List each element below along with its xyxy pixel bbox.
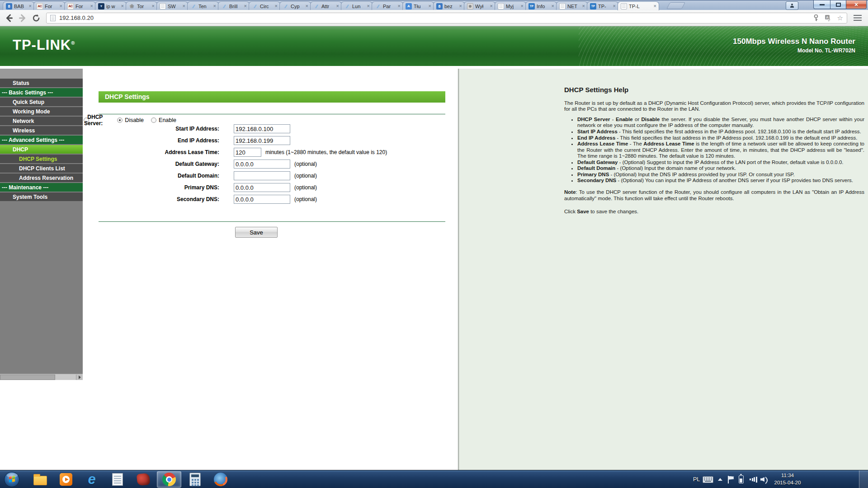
browser-tab[interactable]: For × — [33, 1, 65, 10]
sidebar-item[interactable]: Working Mode — [0, 107, 83, 116]
tab-close-icon[interactable]: × — [336, 4, 339, 9]
text-input[interactable] — [234, 136, 290, 145]
tab-close-icon[interactable]: × — [613, 4, 616, 9]
tab-close-icon[interactable]: × — [398, 4, 401, 9]
tab-close-icon[interactable]: × — [521, 4, 524, 9]
taskbar-firefox-button[interactable] — [208, 471, 233, 488]
browser-tab[interactable]: TP- × — [587, 1, 618, 10]
browser-tab[interactable]: Circ × — [249, 1, 280, 10]
tab-close-icon[interactable]: × — [429, 4, 431, 9]
browser-tab[interactable]: SW × — [156, 1, 188, 10]
taskbar-red-app-button[interactable] — [131, 471, 156, 488]
tab-close-icon[interactable]: × — [152, 4, 155, 9]
text-input[interactable] — [234, 171, 290, 180]
sidebar-item[interactable]: Status — [0, 79, 83, 87]
browser-tab[interactable]: Par × — [372, 1, 403, 10]
browser-tab[interactable]: TP-L × — [618, 1, 659, 10]
browser-tab[interactable]: For × — [64, 1, 96, 10]
save-button[interactable]: Save — [235, 227, 278, 238]
browser-tab[interactable]: Info × — [525, 1, 557, 10]
show-desktop-button[interactable] — [859, 470, 868, 488]
sidebar-item[interactable]: Address Reservation — [0, 174, 83, 182]
text-input[interactable] — [234, 148, 261, 157]
sidebar-item[interactable]: DHCP Settings — [0, 155, 83, 163]
tab-close-icon[interactable]: × — [244, 4, 247, 9]
clock[interactable]: 11:34 2015-04-20 — [769, 470, 807, 488]
browser-tab[interactable]: Ten × — [187, 1, 219, 10]
sidebar-item[interactable]: Quick Setup — [0, 98, 83, 106]
key-icon[interactable] — [813, 14, 819, 22]
taskbar-chrome-button[interactable] — [157, 471, 181, 488]
bookmark-star-icon[interactable]: ☆ — [837, 14, 843, 21]
forward-icon[interactable] — [18, 14, 27, 23]
browser-tab[interactable]: Tłu × — [402, 1, 434, 10]
tab-close-icon[interactable]: × — [29, 4, 32, 9]
translate-icon[interactable]: A — [825, 14, 832, 22]
browser-tab[interactable]: NET × — [556, 1, 588, 10]
text-input[interactable] — [234, 160, 290, 169]
tab-close-icon[interactable]: × — [306, 4, 308, 9]
tab-close-icon[interactable]: × — [490, 4, 493, 9]
radio-option[interactable]: Enable — [151, 117, 176, 123]
tab-close-icon[interactable]: × — [582, 4, 585, 9]
network-signal-icon[interactable] — [750, 470, 758, 488]
browser-tab[interactable]: BAB × — [3, 1, 34, 10]
sidebar-item[interactable]: Network — [0, 117, 83, 125]
battery-icon[interactable] — [739, 470, 744, 488]
radio-selected-icon[interactable] — [117, 117, 123, 123]
taskbar-calculator-button[interactable] — [183, 471, 207, 488]
scrollbar-thumb[interactable] — [0, 375, 55, 380]
text-input[interactable] — [234, 183, 290, 192]
browser-tab[interactable]: Cyp × — [279, 1, 311, 10]
sidebar-item[interactable]: --- Advanced Settings --- — [0, 136, 83, 144]
tab-close-icon[interactable]: × — [654, 4, 656, 9]
browser-tab[interactable]: Tor × — [126, 1, 157, 10]
reload-icon[interactable] — [32, 14, 41, 23]
browser-tab[interactable]: Lun × — [341, 1, 373, 10]
tray-expand-icon[interactable] — [718, 470, 722, 488]
profile-button[interactable] — [786, 1, 798, 10]
text-input[interactable] — [234, 195, 290, 204]
close-button[interactable]: × — [846, 0, 867, 9]
tab-close-icon[interactable]: × — [367, 4, 370, 9]
tab-close-icon[interactable]: × — [459, 4, 462, 9]
tab-close-icon[interactable]: × — [552, 4, 554, 9]
text-input[interactable] — [234, 124, 290, 133]
taskbar-explorer-button[interactable] — [28, 471, 52, 488]
new-tab-button[interactable] — [666, 2, 685, 9]
language-indicator[interactable]: PL — [693, 470, 700, 488]
browser-tab[interactable]: bez × — [433, 1, 465, 10]
taskbar-internet-explorer-button[interactable] — [80, 471, 104, 488]
taskbar-start-button[interactable] — [2, 471, 22, 488]
tab-close-icon[interactable]: × — [121, 4, 124, 9]
browser-tab[interactable]: Wył × — [464, 1, 495, 10]
taskbar-files-button[interactable] — [105, 471, 130, 488]
browser-tab[interactable]: Attr × — [310, 1, 342, 10]
browser-tab[interactable]: Brill × — [218, 1, 250, 10]
maximize-button[interactable] — [830, 0, 846, 9]
sidebar-item[interactable]: Wireless — [0, 126, 83, 135]
sidebar-item[interactable]: --- Maintenance --- — [0, 183, 83, 192]
browser-tab[interactable]: ip w × — [95, 1, 127, 10]
tab-close-icon[interactable]: × — [90, 4, 93, 9]
sidebar-item[interactable]: System Tools — [0, 192, 83, 201]
sidebar-item[interactable]: DHCP Clients List — [0, 164, 83, 173]
radio-option[interactable]: Disable — [117, 117, 144, 123]
action-center-flag-icon[interactable] — [728, 470, 734, 488]
browser-menu-icon[interactable] — [854, 15, 862, 16]
scrollbar-right-arrow[interactable] — [76, 375, 83, 380]
browser-tab[interactable]: Myj × — [495, 1, 526, 10]
sidebar-item[interactable]: DHCP — [0, 145, 83, 154]
tab-close-icon[interactable]: × — [60, 4, 62, 9]
tab-close-icon[interactable]: × — [183, 4, 185, 9]
taskbar-media-player-button[interactable] — [54, 471, 78, 488]
sidebar-horizontal-scrollbar[interactable] — [0, 374, 83, 380]
volume-icon[interactable] — [760, 470, 769, 488]
tab-close-icon[interactable]: × — [275, 4, 278, 9]
tab-close-icon[interactable]: × — [213, 4, 216, 9]
address-bar[interactable]: 192.168.0.20 A ☆ — [46, 13, 847, 23]
radio-icon[interactable] — [151, 117, 156, 123]
back-icon[interactable] — [5, 14, 14, 23]
minimize-button[interactable] — [813, 0, 830, 9]
sidebar-item[interactable]: --- Basic Settings --- — [0, 88, 83, 97]
